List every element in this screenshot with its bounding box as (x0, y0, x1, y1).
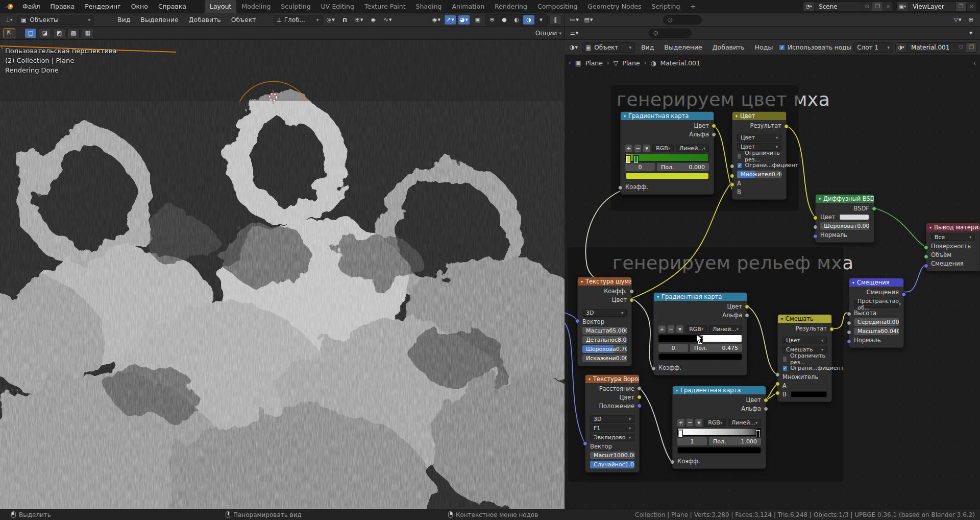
factor-slider[interactable]: Множител0.400 (737, 171, 781, 178)
socket-alpha-out[interactable] (764, 407, 768, 411)
ramp-mode-dropdown[interactable]: RGB▾ (685, 325, 707, 333)
material-selector[interactable]: ◑▾ Material.001 ⛉ ❐ (895, 42, 977, 53)
collapse-icon[interactable]: ▾ (581, 279, 583, 284)
socket-vector-in[interactable] (583, 441, 587, 446)
mode-dropdown[interactable]: ▣Объекты▾ (17, 15, 94, 25)
b-color-swatch[interactable] (791, 391, 827, 397)
distance-metric-dropdown[interactable]: Эвклидово▾ (590, 434, 634, 441)
shader-menu-node[interactable]: Ноды (751, 43, 777, 51)
socket-factor-in[interactable] (618, 185, 623, 190)
breadcrumb-mesh[interactable]: Plane (622, 59, 640, 67)
remove-stop-button[interactable]: − (634, 145, 642, 152)
stop-color-swatch[interactable] (677, 447, 761, 454)
color-ramp-gradient[interactable] (625, 154, 709, 161)
socket-color-out[interactable] (764, 398, 768, 403)
node-mix-color[interactable]: ▾Цвет Результат Цвет▾ Цвет▾ Ограничить р… (732, 111, 787, 200)
use-nodes-checkbox[interactable]: ✓ Использовать ноды (779, 43, 851, 51)
randomness-slider[interactable]: Случайнос1.000 (590, 461, 634, 468)
transform-orientation-dropdown[interactable]: ⟂Глоб...▾ (274, 15, 323, 25)
new-material-icon[interactable]: ❐ (966, 43, 976, 52)
shading-material-icon[interactable]: ◐ (510, 15, 523, 25)
viewlayer-name[interactable]: ViewLayer (909, 3, 955, 10)
toolbar-expand-arrow[interactable]: › (1, 44, 3, 52)
socket-vector-in[interactable] (575, 319, 580, 323)
tab-rendering[interactable]: Rendering (489, 0, 532, 13)
material-slot-dropdown[interactable]: Слот 1▾ (853, 42, 893, 53)
remove-viewlayer-icon[interactable]: × (966, 2, 976, 11)
target-dropdown[interactable]: Все▾ (931, 233, 975, 241)
remove-stop-button[interactable]: − (668, 325, 675, 333)
ramp-stop[interactable] (756, 430, 760, 437)
socket-color-out[interactable] (712, 124, 716, 128)
show-gizmo-button[interactable]: ↗▾ (444, 15, 456, 25)
new-collection-icon[interactable]: ⊞ (965, 15, 977, 25)
menu-render[interactable]: Рендеринг (80, 0, 126, 13)
node-diffuse-bsdf[interactable]: ▾Диффузный BSDF BSDF Цвет Шероховат0.000… (815, 194, 874, 243)
tab-scripting[interactable]: Scripting (647, 0, 685, 13)
node-voronoi-texture[interactable]: ▾Текстура Вороного Расстояние Цвет Полож… (585, 374, 640, 472)
space-dropdown[interactable]: Пространство об...▾ (854, 300, 899, 308)
node-color-ramp-1[interactable]: ▾Градиентная карта Цвет Альфа + − ▾ RGB▾… (620, 111, 714, 195)
socket-result-out[interactable] (829, 327, 834, 332)
clamp-factor-checkbox[interactable]: ✓Ограни...фициент (737, 161, 781, 169)
ramp-stop[interactable] (634, 156, 638, 163)
stop-index-field[interactable]: 1 (677, 437, 707, 445)
midlevel-slider[interactable]: Середина0.000 (854, 318, 899, 326)
socket-displacement-out[interactable] (901, 292, 906, 297)
material-name-field[interactable]: Material.001 (907, 44, 956, 51)
ramp-interp-dropdown[interactable]: Линей...▾ (676, 145, 709, 152)
outliner-filter-icon[interactable]: ▽▾ (951, 15, 964, 25)
socket-roughness-in[interactable] (813, 225, 818, 229)
clamp-result-checkbox[interactable]: Ограничить рез... (782, 355, 827, 363)
ramp-mode-dropdown[interactable]: RGB▾ (704, 419, 726, 427)
pivot-point-dropdown[interactable]: ◎▾ (325, 15, 337, 25)
socket-alpha-out[interactable] (712, 132, 716, 137)
socket-b-in[interactable] (730, 182, 734, 187)
unlink-scene-icon[interactable]: × (883, 2, 893, 11)
tab-layout[interactable]: Layout (205, 0, 237, 13)
add-stop-button[interactable]: + (625, 145, 632, 152)
proportional-falloff-dropdown[interactable]: ∿▾ (382, 15, 394, 25)
stop-position-field[interactable]: Пол.1.000 (709, 437, 761, 445)
menu-file[interactable]: Файл (17, 0, 45, 13)
select-mode-invert-icon[interactable]: ▩ (67, 28, 80, 38)
socket-color-in[interactable] (813, 216, 818, 220)
shader-menu-view[interactable]: Вид (637, 43, 658, 51)
socket-a-in[interactable] (730, 174, 734, 178)
fake-user-shield-icon[interactable]: ⛉ (956, 43, 966, 52)
select-mode-extend-icon[interactable]: ◪ (39, 28, 51, 38)
socket-b-in[interactable] (775, 391, 780, 395)
breadcrumb-object[interactable]: Plane (585, 59, 603, 67)
feature-dropdown[interactable]: F1▾ (590, 424, 634, 432)
viewport-menu-view[interactable]: Вид (113, 16, 134, 23)
shading-solid-icon[interactable]: ● (498, 15, 510, 25)
viewlayer-icon[interactable]: ▣▾ (897, 2, 908, 11)
collapse-icon[interactable]: ▾ (736, 114, 738, 119)
socket-color-out[interactable] (637, 395, 642, 399)
outliner-display-mode-icon[interactable]: ▤▾ (582, 15, 595, 25)
socket-displacement-in[interactable] (924, 264, 928, 268)
tab-shading[interactable]: Shading (411, 0, 447, 13)
properties-search-input[interactable]: ○̷ (649, 29, 692, 38)
tab-compositing[interactable]: Compositing (532, 0, 582, 13)
socket-alpha-out[interactable] (745, 313, 749, 318)
editor-type-properties-icon[interactable]: ⚌▾ (568, 28, 580, 38)
scene-icon[interactable]: ◔▾ (803, 2, 815, 11)
tab-modeling[interactable]: Modeling (236, 0, 276, 13)
tab-uv-editing[interactable]: UV Editing (316, 0, 359, 13)
add-workspace-button[interactable]: + (685, 0, 700, 13)
material-icon[interactable]: ◑▾ (896, 43, 907, 52)
socket-factor-out[interactable] (629, 289, 634, 294)
stop-index-field[interactable]: 0 (658, 344, 688, 352)
snap-target-dropdown[interactable]: ⊞▾ (353, 15, 365, 25)
scale-slider[interactable]: Масшт1000.000 (590, 452, 634, 459)
properties-options-dropdown[interactable]: ▾ (965, 28, 977, 38)
editor-type-viewport-icon[interactable]: ⟂▾ (3, 15, 15, 25)
diffuse-color-swatch[interactable] (839, 214, 869, 220)
roughness-slider[interactable]: Шерохова0.700 (582, 345, 627, 353)
socket-volume-in[interactable] (924, 254, 928, 259)
scale-slider[interactable]: Масштаб0.040 (854, 327, 899, 335)
snap-magnet-icon[interactable]: U (339, 15, 351, 25)
ramp-mode-dropdown[interactable]: RGB▾ (652, 145, 674, 152)
show-overlays-button[interactable]: ◕▾ (458, 15, 470, 25)
